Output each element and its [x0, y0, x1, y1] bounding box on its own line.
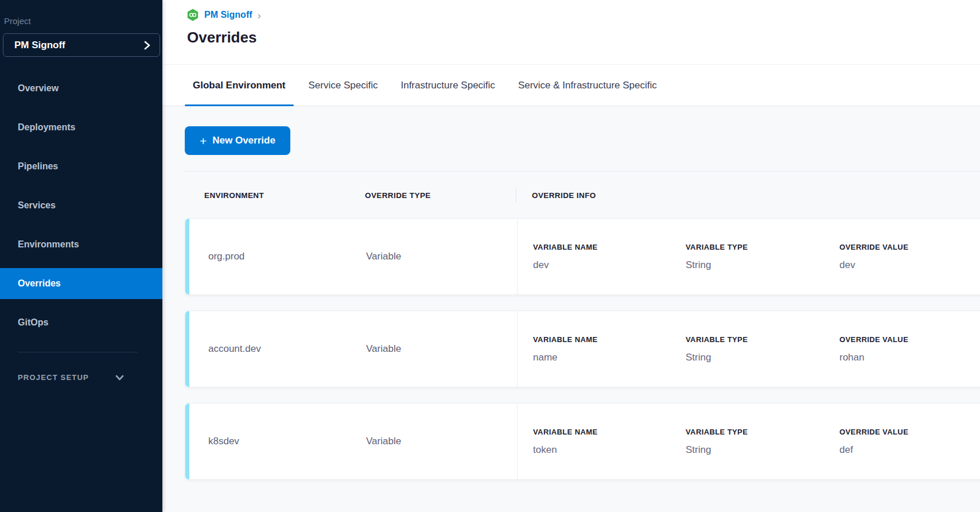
project-selector[interactable]: PM Signoff [3, 33, 160, 57]
project-label: Project [4, 16, 31, 26]
override-type-cell: Variable [366, 251, 517, 262]
project-cd-icon [186, 9, 199, 21]
override-value-label: OVERRIDE VALUE [839, 428, 980, 436]
override-type-cell: Variable [366, 343, 517, 355]
variable-name-group: VARIABLE NAME dev [533, 243, 686, 271]
page-header: PM Signoff › Overrides [162, 0, 980, 65]
environment-cell: k8sdev [189, 436, 366, 447]
variable-name-value: name [533, 352, 686, 363]
chevron-down-icon [115, 375, 124, 381]
override-info-cell: VARIABLE NAME name VARIABLE TYPE String … [517, 311, 980, 387]
sidebar-item-services[interactable]: Services [0, 186, 162, 225]
override-value-group: OVERRIDE VALUE def [839, 428, 980, 456]
override-row[interactable]: account.dev Variable VARIABLE NAME name … [185, 311, 980, 387]
variable-type-group: VARIABLE TYPE String [686, 428, 839, 456]
variable-type-label: VARIABLE TYPE [686, 428, 839, 436]
row-accent-stripe [185, 311, 189, 387]
breadcrumb: PM Signoff › [186, 9, 261, 21]
variable-name-label: VARIABLE NAME [533, 335, 686, 344]
sidebar-item-deployments[interactable]: Deployments [0, 108, 162, 147]
override-row[interactable]: k8sdev Variable VARIABLE NAME token VARI… [185, 403, 980, 480]
override-value-group: OVERRIDE VALUE dev [839, 243, 980, 271]
override-value-value: rohan [839, 352, 980, 363]
project-setup-label: PROJECT SETUP [18, 373, 89, 382]
override-type-tabs: Global Environment Service Specific Infr… [162, 65, 980, 106]
chevron-right-icon [144, 41, 150, 50]
table-top-divider [185, 171, 980, 172]
sidebar-nav: Overview Deployments Pipelines Services … [0, 69, 162, 342]
override-value-value: def [839, 444, 980, 456]
override-value-group: OVERRIDE VALUE rohan [839, 335, 980, 363]
variable-type-value: String [686, 259, 839, 271]
page-title: Overrides [187, 29, 256, 46]
column-header-environment: ENVIRONMENT [185, 191, 365, 200]
row-accent-stripe [185, 219, 189, 294]
plus-icon: + [200, 135, 207, 147]
override-type-cell: Variable [366, 436, 517, 447]
override-info-cell: VARIABLE NAME token VARIABLE TYPE String… [517, 404, 980, 479]
project-selector-value: PM Signoff [14, 40, 65, 51]
variable-name-value: token [533, 444, 686, 456]
variable-name-label: VARIABLE NAME [533, 243, 686, 251]
override-row[interactable]: org.prod Variable VARIABLE NAME dev VARI… [185, 218, 980, 295]
row-accent-stripe [185, 404, 189, 479]
variable-type-label: VARIABLE TYPE [686, 335, 839, 344]
column-header-override-info: OVERRIDE INFO [516, 188, 980, 203]
new-override-button-label: New Override [212, 135, 275, 146]
overrides-content: + New Override ENVIRONMENT OVERRIDE TYPE… [162, 106, 980, 512]
variable-name-label: VARIABLE NAME [533, 428, 686, 436]
override-value-value: dev [839, 259, 980, 271]
tab-global-environment[interactable]: Global Environment [185, 65, 294, 106]
column-header-override-type: OVERRIDE TYPE [365, 191, 516, 200]
app-root: Project PM Signoff Overview Deployments … [0, 0, 980, 512]
project-sidebar: Project PM Signoff Overview Deployments … [0, 0, 162, 512]
variable-type-label: VARIABLE TYPE [686, 243, 839, 251]
override-value-label: OVERRIDE VALUE [839, 243, 980, 251]
new-override-button[interactable]: + New Override [185, 126, 290, 155]
sidebar-item-overrides[interactable]: Overrides [0, 268, 162, 299]
variable-name-value: dev [533, 259, 686, 271]
environment-cell: account.dev [189, 343, 366, 355]
variable-name-group: VARIABLE NAME token [533, 428, 686, 456]
variable-type-group: VARIABLE TYPE String [686, 243, 839, 271]
tab-infrastructure-specific[interactable]: Infrastructure Specific [392, 65, 503, 106]
sidebar-item-environments[interactable]: Environments [0, 225, 162, 264]
sidebar-item-gitops[interactable]: GitOps [0, 303, 162, 342]
sidebar-item-overview[interactable]: Overview [0, 69, 162, 108]
breadcrumb-project-link[interactable]: PM Signoff [204, 10, 252, 20]
table-header-row: ENVIRONMENT OVERRIDE TYPE OVERRIDE INFO [185, 188, 980, 203]
variable-type-value: String [686, 444, 839, 456]
sidebar-divider [18, 352, 138, 352]
variable-type-value: String [686, 352, 839, 363]
project-setup-toggle[interactable]: PROJECT SETUP [18, 373, 124, 382]
environment-cell: org.prod [189, 251, 366, 262]
variable-name-group: VARIABLE NAME name [533, 335, 686, 363]
tab-service-and-infrastructure-specific[interactable]: Service & Infrastructure Specific [510, 65, 665, 106]
override-value-label: OVERRIDE VALUE [839, 335, 980, 344]
override-info-cell: VARIABLE NAME dev VARIABLE TYPE String O… [517, 219, 980, 294]
variable-type-group: VARIABLE TYPE String [686, 335, 839, 363]
sidebar-item-pipelines[interactable]: Pipelines [0, 147, 162, 186]
tab-service-specific[interactable]: Service Specific [301, 65, 386, 106]
breadcrumb-separator: › [258, 10, 261, 21]
